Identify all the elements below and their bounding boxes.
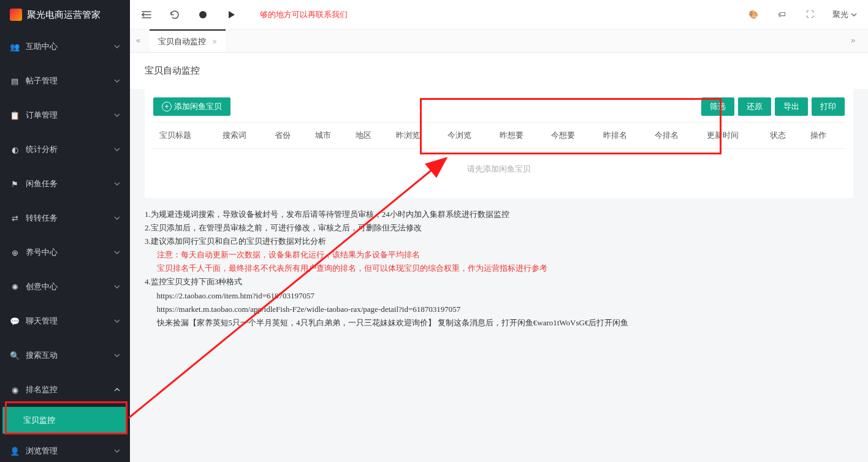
tag-icon[interactable]: 🏷 — [776, 9, 787, 20]
chevron-down-icon — [114, 284, 120, 290]
sidebar-item-tiezi[interactable]: ▤帖子管理 — [0, 64, 130, 98]
sidebar-item-yanghao[interactable]: ⊕养号中心 — [0, 235, 130, 270]
data-table: 宝贝标题搜索词省份城市地区昨浏览今浏览昨想要今想要昨排名今排名更新时间状态操作 … — [153, 122, 845, 189]
instr-url: https://2.taobao.com/item.htm?id=6187031… — [145, 289, 853, 303]
restore-button[interactable]: 还原 — [738, 97, 771, 116]
chevron-down-icon — [114, 78, 120, 84]
svg-point-0 — [199, 11, 207, 18]
sidebar-item-huzhu[interactable]: 👥互助中心 — [0, 29, 130, 64]
flag-icon: ⚑ — [10, 179, 20, 189]
export-button[interactable]: 导出 — [775, 97, 808, 116]
camera-icon: ◉ — [10, 385, 20, 395]
sidebar-item-sousuo[interactable]: 🔍搜索互动 — [0, 338, 130, 373]
table-header: 宝贝标题 — [153, 123, 216, 149]
close-icon[interactable]: × — [212, 37, 217, 47]
chevron-down-icon — [114, 215, 120, 221]
topbar-message: 够的地方可以再联系我们 — [260, 9, 348, 20]
table-header: 搜索词 — [216, 123, 268, 149]
sidebar-item-tongji[interactable]: ◐统计分析 — [0, 132, 130, 167]
print-button[interactable]: 打印 — [812, 97, 845, 116]
shield-icon: ⊕ — [10, 248, 20, 257]
table-header: 今想要 — [545, 123, 597, 149]
chevron-up-icon — [114, 387, 120, 393]
plus-icon: + — [162, 102, 172, 112]
instr-warning: 注意：每天自动更新一次数据，设备集群化运行，该结果为多设备平均排名 — [145, 248, 853, 262]
play-icon[interactable] — [226, 9, 237, 20]
instr-line: 快来捡漏【家养英短5只一个半月英短，4只乳白弟弟，一只三花妹妹欢迎询价】 复制这… — [145, 316, 853, 330]
table-empty-row: 请先添加闲鱼宝贝 — [153, 149, 845, 190]
chevron-down-icon — [114, 181, 120, 187]
tabstrip: « 宝贝自动监控 × » — [130, 29, 868, 53]
chevron-down-icon — [114, 352, 120, 358]
bubble-icon[interactable] — [197, 9, 208, 20]
add-item-button[interactable]: + 添加闲鱼宝贝 — [153, 97, 230, 116]
users-icon: 👥 — [10, 42, 20, 51]
users2-icon: 👤 — [10, 446, 20, 456]
clipboard-icon: 📋 — [10, 110, 20, 120]
instructions: 1.为规避违规词搜索，导致设备被封号，发布后请等待管理员审核，24小时内加入集群… — [130, 205, 868, 344]
instr-line: 4.监控宝贝支持下面3种格式 — [145, 275, 853, 289]
user-menu[interactable]: 聚光 — [832, 9, 857, 20]
chevron-down-icon — [114, 112, 120, 118]
page-title: 宝贝自动监控 — [130, 53, 868, 89]
instr-line: 3.建议添加同行宝贝和自己的宝贝进行数据对比分析 — [145, 235, 853, 248]
table-header: 今浏览 — [441, 123, 493, 149]
sidebar-item-liaotian[interactable]: 💬聊天管理 — [0, 304, 130, 338]
sidebar-item-zhuanzhuan[interactable]: ⇄转转任务 — [0, 201, 130, 235]
chevron-down-icon — [114, 44, 120, 50]
instr-warning: 宝贝排名千人千面，最终排名不代表所有用户查询的排名，但可以体现宝贝的综合权重，作… — [145, 262, 853, 275]
sidebar-item-paiming[interactable]: ◉排名监控 — [0, 373, 130, 407]
topbar: 够的地方可以再联系我们 🎨 🏷 ⛶ 聚光 — [130, 0, 868, 29]
main-area: 够的地方可以再联系我们 🎨 🏷 ⛶ 聚光 « 宝贝自动监控 × » 宝贝自动监控 — [130, 0, 868, 462]
table-header: 昨浏览 — [390, 123, 442, 149]
sidebar: 聚光电商运营管家 👥互助中心 ▤帖子管理 📋订单管理 ◐统计分析 ⚑闲鱼任务 — [0, 0, 130, 462]
menu-toggle-icon[interactable] — [141, 9, 152, 20]
side-menu: 👥互助中心 ▤帖子管理 📋订单管理 ◐统计分析 ⚑闲鱼任务 ⇄转转任务 — [0, 29, 130, 462]
fullscreen-icon[interactable]: ⛶ — [804, 9, 815, 20]
table-header: 今排名 — [649, 123, 701, 149]
instr-url: https://market.m.taobao.com/app/idleFish… — [145, 303, 853, 316]
table-header: 省份 — [268, 123, 309, 149]
chevron-down-icon — [114, 249, 120, 256]
book-icon: ▤ — [10, 76, 20, 86]
content: 宝贝自动监控 + 添加闲鱼宝贝 筛选 还原 导出 打印 — [130, 53, 868, 462]
table-header: 城市 — [309, 123, 349, 149]
table-header: 昨排名 — [597, 123, 649, 149]
search-icon: 🔍 — [10, 350, 20, 360]
app-logo: 聚光电商运营管家 — [0, 0, 130, 29]
sidebar-item-xianyu[interactable]: ⚑闲鱼任务 — [0, 167, 130, 201]
instr-line: 2.宝贝添加后，在管理员审核之前，可进行修改，审核之后，可删除但无法修改 — [145, 221, 853, 235]
lightbulb-icon: ✺ — [10, 282, 20, 292]
refresh-icon[interactable] — [169, 9, 180, 20]
tabs-prev-icon[interactable]: « — [136, 36, 147, 47]
piechart-icon: ◐ — [10, 145, 20, 154]
sidebar-subitem-baobei[interactable]: 宝贝监控 — [2, 407, 128, 434]
transfer-icon: ⇄ — [10, 213, 20, 223]
sidebar-item-dingdan[interactable]: 📋订单管理 — [0, 98, 130, 132]
table-header: 昨想要 — [493, 123, 546, 149]
sidebar-item-chuangyi[interactable]: ✺创意中心 — [0, 270, 130, 304]
chat-icon: 💬 — [10, 316, 20, 326]
tabs-next-icon[interactable]: » — [851, 36, 862, 47]
table-header: 地区 — [349, 123, 390, 149]
app-title: 聚光电商运营管家 — [27, 9, 101, 21]
table-header: 操作 — [804, 123, 845, 149]
chevron-down-icon — [114, 146, 120, 153]
chevron-down-icon — [114, 448, 120, 454]
palette-icon[interactable]: 🎨 — [748, 9, 759, 20]
logo-icon — [10, 9, 22, 21]
chevron-down-icon — [114, 318, 120, 324]
table-card: + 添加闲鱼宝贝 筛选 还原 导出 打印 宝贝标题搜索词省份城市地区昨浏览今浏览… — [145, 89, 853, 198]
chevron-down-icon — [851, 12, 857, 18]
filter-button[interactable]: 筛选 — [701, 97, 734, 116]
instr-line: 1.为规避违规词搜索，导致设备被封号，发布后请等待管理员审核，24小时内加入集群… — [145, 208, 853, 221]
tab-active[interactable]: 宝贝自动监控 × — [150, 29, 226, 52]
table-header: 状态 — [764, 123, 804, 149]
sidebar-item-liulan[interactable]: 👤浏览管理 — [0, 434, 130, 462]
table-header: 更新时间 — [701, 123, 764, 149]
